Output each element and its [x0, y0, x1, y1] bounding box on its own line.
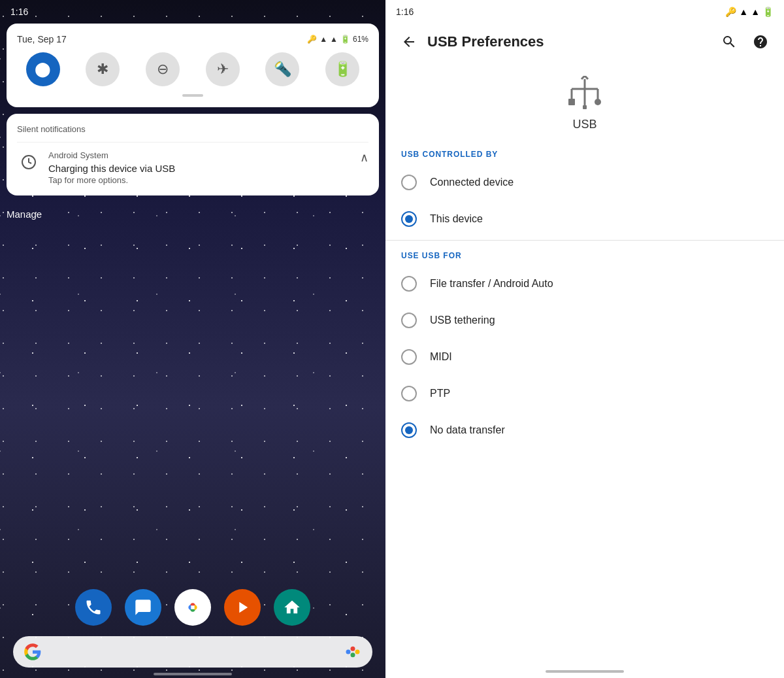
notification-section-title: Silent notifications: [17, 124, 368, 134]
status-time-right: 1:16: [396, 7, 414, 17]
key-icon-right: 🔑: [725, 7, 736, 17]
radio-label-this-device: This device: [430, 213, 483, 225]
radio-connected-device[interactable]: [401, 175, 417, 190]
google-assistant-icon: [344, 643, 362, 661]
app-icon-home[interactable]: [274, 589, 310, 626]
notification-title: Charging this device via USB: [48, 163, 352, 174]
radio-item-connected-device[interactable]: Connected device: [385, 164, 784, 201]
key-icon: 🔑: [307, 35, 317, 44]
help-button[interactable]: [747, 29, 774, 55]
qs-tile-dnd[interactable]: ⊖: [146, 52, 180, 86]
radio-ptp[interactable]: [401, 386, 417, 401]
qs-tile-flashlight[interactable]: 🔦: [265, 52, 299, 86]
home-indicator-right: [546, 670, 624, 673]
app-icon-messages[interactable]: [125, 589, 161, 626]
svg-point-2: [351, 647, 355, 651]
google-logo-icon: [24, 643, 42, 661]
radio-item-file-transfer[interactable]: File transfer / Android Auto: [385, 265, 784, 302]
notification-app-name: Android System: [48, 150, 352, 160]
section-divider: [385, 240, 784, 241]
status-bar-right: 1:16 🔑 ▲ ▲ 🔋: [385, 0, 784, 24]
status-icons-right: 🔑 ▲ ▲ 🔋: [725, 7, 774, 17]
status-time-left: 1:16: [10, 7, 28, 17]
qs-expand-handle[interactable]: [182, 94, 203, 97]
search-button[interactable]: [716, 29, 742, 55]
usb-label: USB: [572, 118, 596, 131]
wifi-icon-status: ▲: [319, 35, 327, 44]
notification-body: Tap for more options.: [48, 175, 352, 185]
flashlight-tile-icon: 🔦: [274, 61, 291, 78]
svg-rect-11: [583, 105, 587, 109]
radio-no-data-transfer[interactable]: [401, 422, 417, 438]
qs-tile-airplane[interactable]: ✈: [206, 52, 240, 86]
page-title: USB Preferences: [427, 33, 716, 50]
svg-point-3: [355, 650, 360, 654]
radio-label-midi: MIDI: [430, 351, 452, 363]
radio-this-device[interactable]: [401, 211, 417, 227]
top-bar-actions: [716, 29, 774, 55]
airplane-tile-icon: ✈: [217, 61, 229, 78]
battery-saver-tile-icon: 🔋: [334, 61, 351, 78]
wifi-tile-icon: ⬤: [35, 61, 51, 78]
radio-usb-tethering[interactable]: [401, 313, 417, 328]
usb-icon-area: USB: [385, 60, 784, 142]
android-notification-shade: 1:16 Tue, Sep 17 🔑 ▲ ▲ 🔋 61% ⬤ ✱ ⊖: [0, 0, 385, 678]
top-app-bar: USB Preferences: [385, 24, 784, 60]
signal-icon: ▲: [330, 35, 338, 44]
notification-item[interactable]: Android System Charging this device via …: [17, 150, 368, 185]
section-header-use-for: USE USB FOR: [385, 243, 784, 265]
android-system-icon: [17, 150, 41, 174]
settings-content: USB CONTROLLED BY Connected device This …: [385, 142, 784, 678]
radio-label-file-transfer: File transfer / Android Auto: [430, 278, 553, 290]
home-indicator-left: [154, 673, 232, 675]
radio-label-ptp: PTP: [430, 388, 450, 399]
status-bar-left: 1:16: [0, 0, 385, 24]
app-dock: [0, 589, 385, 626]
battery-icon-status: 🔋: [340, 35, 350, 44]
svg-point-10: [595, 99, 601, 105]
dnd-tile-icon: ⊖: [157, 61, 169, 78]
radio-label-connected-device: Connected device: [430, 177, 514, 188]
qs-tile-bluetooth[interactable]: ✱: [86, 52, 120, 86]
app-icon-play[interactable]: [224, 589, 261, 626]
qs-header: Tue, Sep 17 🔑 ▲ ▲ 🔋 61%: [17, 34, 368, 44]
app-icon-phone[interactable]: [75, 589, 112, 626]
radio-item-ptp[interactable]: PTP: [385, 375, 784, 412]
usb-preferences-screen: 1:16 🔑 ▲ ▲ 🔋 USB Preferences: [385, 0, 784, 678]
notification-chevron-icon[interactable]: ∧: [360, 150, 368, 165]
radio-midi[interactable]: [401, 349, 417, 365]
notification-content: Android System Charging this device via …: [48, 150, 352, 185]
bluetooth-tile-icon: ✱: [97, 61, 108, 78]
qs-tile-battery-saver[interactable]: 🔋: [325, 52, 359, 86]
radio-item-midi[interactable]: MIDI: [385, 339, 784, 375]
radio-item-no-data-transfer[interactable]: No data transfer: [385, 412, 784, 449]
svg-point-1: [346, 650, 351, 654]
app-icon-photos[interactable]: [174, 589, 211, 626]
radio-item-usb-tethering[interactable]: USB tethering: [385, 302, 784, 339]
wifi-icon-right: ▲: [739, 7, 748, 17]
section-header-controlled-by: USB CONTROLLED BY: [385, 142, 784, 164]
quick-settings-tiles: ⬤ ✱ ⊖ ✈ 🔦 🔋: [17, 52, 368, 86]
radio-label-usb-tethering: USB tethering: [430, 314, 495, 326]
notification-panel: Silent notifications Android System Char…: [7, 114, 379, 195]
qs-status-icons: 🔑 ▲ ▲ 🔋 61%: [307, 35, 368, 44]
radio-file-transfer[interactable]: [401, 276, 417, 292]
battery-icon-right: 🔋: [762, 7, 774, 17]
battery-percent: 61%: [353, 35, 368, 44]
manage-button[interactable]: Manage: [7, 209, 379, 220]
usb-symbol-icon: [565, 76, 604, 118]
qs-date: Tue, Sep 17: [17, 34, 67, 44]
radio-label-no-data-transfer: No data transfer: [430, 424, 505, 436]
radio-item-this-device[interactable]: This device: [385, 201, 784, 237]
quick-settings-panel: Tue, Sep 17 🔑 ▲ ▲ 🔋 61% ⬤ ✱ ⊖ ✈: [7, 24, 379, 107]
back-button[interactable]: [396, 29, 422, 55]
signal-icon-right: ▲: [751, 7, 760, 17]
notif-divider: [17, 142, 368, 143]
google-search-bar[interactable]: [13, 636, 372, 668]
svg-point-4: [351, 653, 355, 657]
svg-rect-9: [568, 99, 575, 105]
qs-tile-wifi[interactable]: ⬤: [26, 52, 60, 86]
